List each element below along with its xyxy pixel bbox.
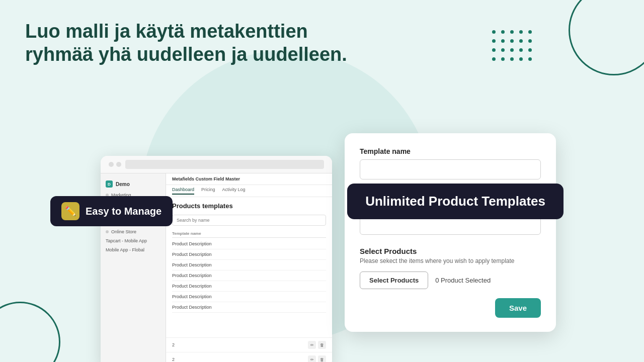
store-header: D Demo: [101, 177, 166, 191]
top-right-decoration: [569, 0, 644, 75]
template-row: Product Description: [172, 302, 326, 313]
app-name: Metafields Custom Field Master: [166, 173, 332, 185]
sidebar-item-tapcart[interactable]: Tapcart - Mobile App: [101, 236, 166, 245]
template-row: Product Description: [172, 281, 326, 292]
tab-dashboard[interactable]: Dashboard: [172, 187, 194, 195]
edit-btn-1[interactable]: ✏: [308, 341, 316, 349]
delete-btn-1[interactable]: 🗑: [318, 341, 326, 349]
nav-tabs: Dashboard Pricing Activity Log: [166, 185, 332, 197]
template-row: Product Description: [172, 239, 326, 249]
panel-content-area: Products templates Template name Product…: [166, 197, 332, 318]
edit-btn-2[interactable]: ✏: [308, 355, 316, 362]
table-row-2: 2 ✏ 🗑: [166, 352, 332, 362]
select-products-button[interactable]: Select Products: [360, 272, 428, 289]
select-products-row: Select Products 0 Product Selected: [360, 272, 541, 289]
window-dot-2: [116, 162, 121, 167]
tab-pricing[interactable]: Pricing: [201, 187, 215, 195]
store-icon: D: [106, 180, 113, 188]
template-search-input[interactable]: [172, 215, 326, 226]
template-row: Product Description: [172, 292, 326, 302]
form-footer: Save: [360, 298, 541, 318]
template-row: Product Description: [172, 249, 326, 260]
easy-to-manage-badge: ✏️ Easy to Manage: [50, 196, 173, 226]
dot-icon: [106, 230, 109, 233]
select-products-title: Select Products: [360, 247, 541, 255]
unlimited-templates-badge: Unlimited Product Templates: [347, 184, 564, 219]
sidebar-mobile-app: Mobile App - Flobal: [106, 247, 144, 252]
panel-header: [101, 156, 332, 173]
bottom-left-decoration: [0, 302, 60, 362]
table-row-1: 2 ✏ 🗑: [166, 338, 332, 352]
shopify-admin-panel: D Demo Marketing Discounts Apps Sales ch…: [101, 156, 332, 362]
edit-icon: ✏️: [61, 202, 79, 220]
template-row: Product Description: [172, 270, 326, 281]
url-bar: [125, 160, 324, 169]
sidebar-item-online-store[interactable]: Online Store: [101, 227, 166, 236]
sidebar-tapcart: Tapcart - Mobile App: [106, 238, 147, 243]
panel-main-content: Metafields Custom Field Master Dashboard…: [166, 173, 332, 362]
template-form-modal: Template name Description Select Product…: [345, 133, 556, 332]
products-templates-title: Products templates: [172, 202, 326, 210]
table-section: 2 ✏ 🗑 2 ✏ 🗑: [166, 337, 332, 362]
table-actions-1: ✏ 🗑: [308, 341, 326, 349]
unlimited-templates-label: Unlimited Product Templates: [365, 194, 545, 209]
save-button[interactable]: Save: [495, 298, 541, 318]
tab-activity-log[interactable]: Activity Log: [222, 187, 246, 195]
easy-to-manage-label: Easy to Manage: [86, 206, 162, 217]
template-column-header: Template name: [172, 230, 326, 238]
template-name-label: Template name: [360, 147, 541, 155]
select-products-section: Select Products Please sekect the items …: [360, 247, 541, 289]
delete-btn-2[interactable]: 🗑: [318, 355, 326, 362]
table-actions-2: ✏ 🗑: [308, 355, 326, 362]
select-products-description: Please sekect the items where you wish t…: [360, 257, 541, 264]
sidebar-online-store: Online Store: [111, 229, 136, 234]
store-name: Demo: [116, 182, 130, 187]
window-dot-1: [109, 162, 114, 167]
sidebar-item-mobile-app[interactable]: Mobile App - Flobal: [101, 245, 166, 254]
table-id-1: 2: [172, 342, 175, 347]
window-controls: [109, 162, 121, 167]
dot-grid-decoration: [492, 30, 533, 62]
template-name-input[interactable]: [360, 159, 541, 179]
template-row: Product Description: [172, 260, 326, 270]
table-id-2: 2: [172, 357, 175, 362]
main-heading: Luo malli ja käytä metakenttien ryhmää y…: [25, 20, 347, 66]
selected-count: 0 Product Selected: [435, 277, 491, 284]
